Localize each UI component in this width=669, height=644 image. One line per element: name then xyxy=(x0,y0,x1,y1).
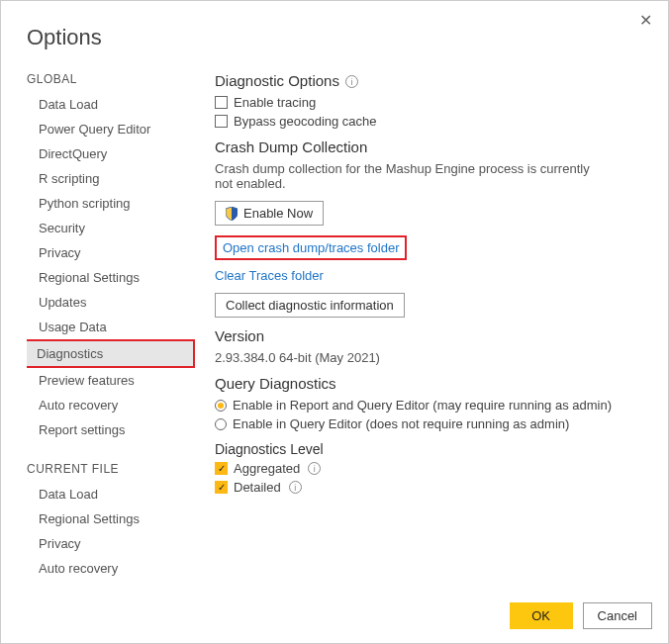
content-pane: Diagnostic Options i Enable tracing Bypa… xyxy=(195,58,668,593)
sidebar-item-preview-features[interactable]: Preview features xyxy=(27,368,195,393)
sidebar: GLOBAL Data Load Power Query Editor Dire… xyxy=(27,58,195,593)
dialog-title: Options xyxy=(1,1,668,58)
version-heading: Version xyxy=(215,327,660,344)
dialog-footer: OK Cancel xyxy=(1,593,668,643)
cancel-button[interactable]: Cancel xyxy=(583,602,652,629)
enable-tracing-checkbox[interactable] xyxy=(215,96,228,109)
collect-diagnostic-button[interactable]: Collect diagnostic information xyxy=(215,293,405,318)
sidebar-item-regional-settings[interactable]: Regional Settings xyxy=(27,265,195,290)
sidebar-item-cf-data-load[interactable]: Data Load xyxy=(27,482,195,506)
sidebar-item-cf-auto-recovery[interactable]: Auto recovery xyxy=(27,556,195,581)
crash-dump-desc: Crash dump collection for the Mashup Eng… xyxy=(215,161,601,191)
sidebar-item-usage-data[interactable]: Usage Data xyxy=(27,315,195,339)
sidebar-item-security[interactable]: Security xyxy=(27,216,195,240)
shield-icon xyxy=(226,207,238,221)
clear-traces-link[interactable]: Clear Traces folder xyxy=(215,268,324,283)
open-crash-dump-folder-link[interactable]: Open crash dump/traces folder xyxy=(215,235,407,260)
qd-option1-label: Enable in Report and Query Editor (may r… xyxy=(233,398,612,413)
crash-dump-heading: Crash Dump Collection xyxy=(215,138,660,155)
sidebar-item-cf-privacy[interactable]: Privacy xyxy=(27,531,195,556)
enable-tracing-label: Enable tracing xyxy=(234,95,316,110)
aggregated-checkbox[interactable]: ✓ xyxy=(215,462,228,475)
diagnostics-level-heading: Diagnostics Level xyxy=(215,441,660,457)
close-icon[interactable]: ✕ xyxy=(635,9,656,33)
sidebar-item-diagnostics[interactable]: Diagnostics xyxy=(27,339,195,368)
section-header-current-file: CURRENT FILE xyxy=(27,454,195,482)
section-header-global: GLOBAL xyxy=(27,64,195,92)
version-text: 2.93.384.0 64-bit (May 2021) xyxy=(215,350,601,365)
qd-option2-radio[interactable] xyxy=(215,418,227,430)
info-icon[interactable]: i xyxy=(289,481,302,494)
detailed-checkbox[interactable]: ✓ xyxy=(215,481,228,494)
sidebar-item-power-query-editor[interactable]: Power Query Editor xyxy=(27,117,195,141)
sidebar-item-updates[interactable]: Updates xyxy=(27,290,195,315)
sidebar-item-privacy[interactable]: Privacy xyxy=(27,240,195,265)
sidebar-item-r-scripting[interactable]: R scripting xyxy=(27,166,195,191)
bypass-geocoding-label: Bypass geocoding cache xyxy=(234,114,377,129)
sidebar-item-python-scripting[interactable]: Python scripting xyxy=(27,191,195,216)
info-icon[interactable]: i xyxy=(308,462,321,475)
enable-now-button[interactable]: Enable Now xyxy=(215,201,324,226)
query-diagnostics-heading: Query Diagnostics xyxy=(215,375,660,392)
sidebar-item-report-settings[interactable]: Report settings xyxy=(27,417,195,442)
qd-option2-label: Enable in Query Editor (does not require… xyxy=(233,416,569,431)
enable-now-label: Enable Now xyxy=(243,206,313,221)
sidebar-item-auto-recovery[interactable]: Auto recovery xyxy=(27,393,195,417)
aggregated-label: Aggregated xyxy=(234,461,300,476)
diagnostic-options-label: Diagnostic Options xyxy=(215,72,339,89)
sidebar-item-cf-regional-settings[interactable]: Regional Settings xyxy=(27,506,195,531)
info-icon[interactable]: i xyxy=(345,75,358,88)
sidebar-item-data-load[interactable]: Data Load xyxy=(27,92,195,117)
bypass-geocoding-checkbox[interactable] xyxy=(215,115,228,128)
sidebar-item-directquery[interactable]: DirectQuery xyxy=(27,141,195,166)
detailed-label: Detailed xyxy=(234,480,281,495)
diagnostic-options-heading: Diagnostic Options i xyxy=(215,72,660,89)
ok-button[interactable]: OK xyxy=(510,602,573,629)
qd-option1-radio[interactable] xyxy=(215,400,227,412)
